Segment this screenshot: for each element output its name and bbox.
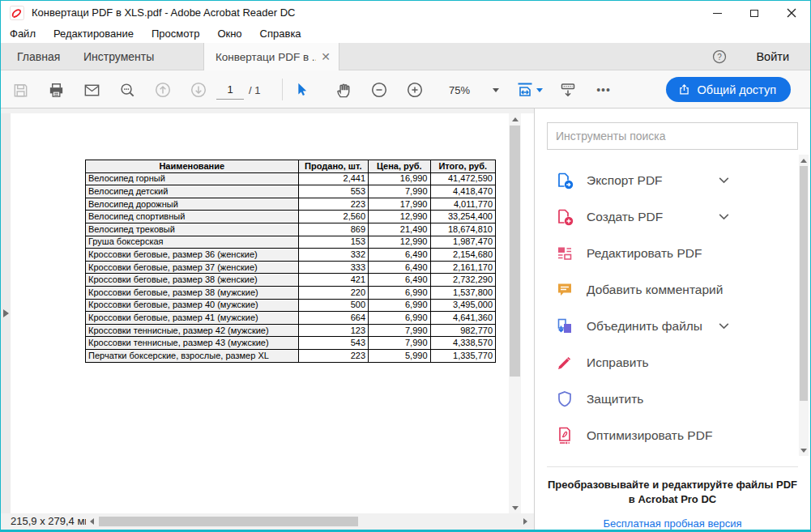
table-row: Груша боксерская15312,9901,987,470	[86, 236, 496, 249]
close-button[interactable]	[773, 1, 810, 25]
table-row: Кроссовки беговые, размер 40 (мужские)50…	[86, 299, 496, 312]
scroll-up-button[interactable]	[509, 113, 521, 125]
chevron-down-icon	[493, 88, 499, 92]
scroll-left-button[interactable]	[86, 516, 97, 527]
sidebar-scroll-down-button[interactable]	[799, 445, 809, 456]
sidebar-tool-add-comment[interactable]: Добавить комментарий	[555, 271, 782, 308]
sidebar-scroll-up-button[interactable]	[799, 155, 809, 166]
vertical-scrollbar[interactable]	[509, 113, 521, 513]
horizontal-scrollbar[interactable]	[86, 516, 531, 527]
previous-page-icon	[153, 80, 173, 100]
next-page-button[interactable]	[186, 77, 211, 103]
item-name-cell: Кроссовки беговые, размер 41 (мужские)	[86, 312, 299, 325]
page-number-input[interactable]	[216, 80, 244, 100]
item-name-cell: Велосипед детский	[86, 185, 299, 198]
navigation-pane-toggle-icon[interactable]	[3, 309, 9, 317]
toolbar-customize-button[interactable]	[555, 77, 581, 103]
chevron-down-icon[interactable]	[717, 173, 731, 190]
menu-item-4[interactable]: Справка	[251, 25, 310, 43]
item-value-cell: 543	[298, 337, 369, 350]
item-value-cell: 123	[298, 324, 369, 337]
item-value-cell: 223	[298, 349, 369, 362]
search-button[interactable]	[114, 77, 140, 103]
share-icon	[677, 83, 691, 96]
chevron-down-icon[interactable]	[717, 319, 731, 336]
menu-item-3[interactable]: Окно	[208, 25, 250, 43]
menu-item-2[interactable]: Просмотр	[143, 25, 208, 43]
zoom-in-icon	[405, 80, 425, 100]
email-button[interactable]	[79, 77, 105, 103]
pdf-table: НаименованиеПродано, шт.Цена, руб.Итого,…	[85, 160, 496, 363]
item-value-cell: 2,560	[298, 211, 369, 223]
item-value-cell: 332	[298, 249, 369, 262]
tab-close-icon[interactable]: ✕	[321, 50, 331, 63]
create-pdf-icon	[555, 207, 574, 227]
sidebar-tool-export-pdf[interactable]: Экспорт PDF	[555, 162, 782, 198]
tab-document[interactable]: Конвертаци PDF в ... ✕	[203, 43, 339, 70]
fit-width-button[interactable]	[513, 77, 545, 103]
sidebar-tool-label: Создать PDF	[587, 210, 663, 224]
sidebar-tool-edit-pdf[interactable]: Редактировать PDF	[555, 235, 782, 271]
table-row: Кроссовки беговые, размер 38 (мужские)22…	[86, 286, 496, 299]
sidebar-scrollbar-thumb[interactable]	[800, 166, 808, 401]
sidebar-divider	[547, 466, 798, 467]
table-row: Велосипед дорожный22317,9904,011,770	[86, 198, 496, 211]
select-tool-button[interactable]	[288, 77, 314, 103]
sidebar-tool-combine-files[interactable]: Объединить файлы	[555, 308, 782, 344]
sidebar-tool-fix[interactable]: Исправить	[555, 344, 782, 381]
zoom-level-dropdown[interactable]: 75%	[441, 79, 499, 101]
table-row: Кроссовки теннисные, размер 43 (мужские)…	[86, 337, 496, 350]
share-button[interactable]: Общий доступ	[666, 77, 791, 102]
help-button[interactable]: ?	[711, 49, 728, 65]
tools-sidebar: Экспорт PDFСоздать PDFРедактировать PDFД…	[534, 109, 810, 530]
menu-item-0[interactable]: Файл	[1, 25, 45, 43]
hand-tool-button[interactable]	[331, 77, 356, 103]
chevron-down-icon[interactable]	[717, 210, 731, 227]
scroll-right-button[interactable]	[519, 516, 531, 527]
title-bar: Конвертаци PDF в XLS.pdf - Adobe Acrobat…	[1, 1, 810, 25]
horizontal-scrollbar-thumb[interactable]	[99, 517, 358, 526]
item-value-cell: 17,990	[369, 198, 430, 211]
zoom-level-value: 75%	[449, 84, 493, 96]
zoom-in-button[interactable]	[402, 77, 428, 103]
item-value-cell: 1,335,770	[430, 349, 496, 362]
navigation-pane-strip[interactable]	[1, 113, 11, 513]
vertical-scrollbar-thumb[interactable]	[510, 126, 520, 377]
print-button[interactable]	[43, 77, 69, 103]
tab-document-label: Конвертаци PDF в ...	[216, 51, 316, 63]
scroll-down-button[interactable]	[509, 502, 521, 513]
edit-pdf-icon	[555, 244, 574, 263]
zoom-out-button[interactable]	[366, 77, 392, 103]
previous-page-button[interactable]	[150, 77, 176, 103]
item-value-cell: 3,495,000	[430, 299, 496, 312]
page-size-label: 215,9 x 279,4 мм	[11, 513, 92, 530]
item-value-cell: 7,990	[369, 337, 430, 350]
table-header-cell: Итого, руб.	[430, 160, 496, 173]
tools-search-input[interactable]	[547, 122, 798, 150]
table-row: Велосипед спортивный2,56012,99033,254,40…	[86, 211, 496, 223]
item-value-cell: 4,338,570	[430, 337, 496, 350]
minimize-button[interactable]	[698, 1, 736, 25]
sidebar-scrollbar[interactable]	[799, 155, 809, 456]
item-value-cell: 5,990	[369, 349, 430, 362]
sidebar-tool-label: Оптимизировать PDF	[587, 428, 712, 443]
menu-item-1[interactable]: Редактирование	[45, 25, 143, 43]
maximize-button[interactable]	[736, 1, 773, 25]
tab-home[interactable]: Главная	[14, 43, 63, 70]
item-value-cell: 2,732,290	[430, 274, 496, 287]
sidebar-tool-protect[interactable]: Защитить	[555, 381, 782, 417]
save-button[interactable]	[7, 77, 33, 103]
free-trial-link[interactable]: Бесплатная пробная версия	[535, 517, 810, 530]
share-button-label: Общий доступ	[698, 83, 776, 96]
sidebar-tool-create-pdf[interactable]: Создать PDF	[555, 198, 782, 235]
more-tools-button[interactable]: •••	[591, 77, 617, 103]
sidebar-tool-optimize-pdf[interactable]: Оптимизировать PDF	[555, 417, 782, 453]
tab-tools[interactable]: Инструменты	[80, 43, 157, 70]
sign-in-button[interactable]: Войти	[756, 43, 789, 70]
item-name-cell: Кроссовки беговые, размер 38 (мужские)	[86, 286, 299, 299]
item-value-cell: 12,990	[369, 236, 430, 249]
item-value-cell: 1,987,470	[430, 236, 496, 249]
table-header-cell: Наименование	[86, 160, 299, 173]
item-value-cell: 18,674,810	[430, 223, 496, 236]
table-row: Кроссовки беговые, размер 38 (женские)42…	[86, 274, 496, 287]
